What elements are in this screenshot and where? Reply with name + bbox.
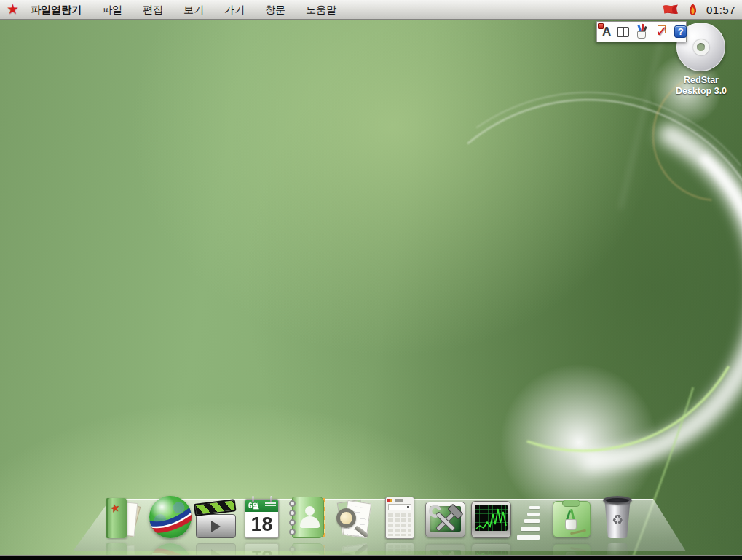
calendar-month: 6월 [245,500,278,512]
dock-address-book-icon[interactable] [287,494,329,540]
menu-file-browser[interactable]: 파일열람기 [26,0,92,19]
spell-check-icon[interactable]: ✓ [655,25,668,39]
recycle-glyph: ♻ [604,512,631,527]
dock-utilities-folder-icon[interactable] [550,494,593,540]
menu-edit[interactable]: 편집 [133,0,173,19]
dock-calendar-icon[interactable]: 6월 18 [241,494,283,540]
dock-calculator-icon[interactable] [379,494,421,540]
calendar-day: 18 [245,512,278,537]
dock-web-browser-icon[interactable] [149,494,192,540]
dock-trash-icon[interactable]: ♻ [596,494,639,540]
menu-window[interactable]: 창문 [255,0,296,19]
menu-bar: ★ 파일열람기 파일 편집 보기 가기 창문 도움말 01:57 [0,0,742,20]
dock-media-player-icon[interactable] [195,494,237,540]
torch-icon[interactable] [688,3,698,16]
redstar-cd-label: RedStar Desktop 3.0 [652,75,742,97]
toolbar-close-button[interactable] [598,23,604,29]
screen: ★ 파일열람기 파일 편집 보기 가기 창문 도움말 01:57 [0,0,742,560]
dock-separator [516,494,547,540]
pen-cup-icon[interactable] [635,25,649,39]
floating-toolbar: A ✓ ? [596,21,687,42]
toolbar-drag-handle[interactable] [596,22,597,42]
menu-help[interactable]: 도움말 [296,0,347,19]
dock-system-monitor-icon[interactable] [470,494,513,540]
dock-file-search-icon[interactable] [333,494,375,540]
dock-system-settings-icon[interactable] [425,494,467,540]
menu-file[interactable]: 파일 [92,0,133,19]
split-view-icon[interactable] [617,27,629,37]
red-star-menu-icon[interactable]: ★ [0,0,26,19]
bottom-edge-bar [0,555,742,560]
dock-file-manager-icon[interactable]: ★ [103,494,146,540]
clock[interactable]: 01:57 [706,4,735,16]
red-flag-icon[interactable] [662,4,679,16]
menu-view[interactable]: 보기 [173,0,214,19]
desktop-wallpaper: A ✓ ? RedStar Desktop 3.0 [0,20,742,555]
dock: ★ 6월 [0,475,742,555]
menu-go[interactable]: 가기 [214,0,255,19]
help-icon[interactable]: ? [674,25,687,38]
